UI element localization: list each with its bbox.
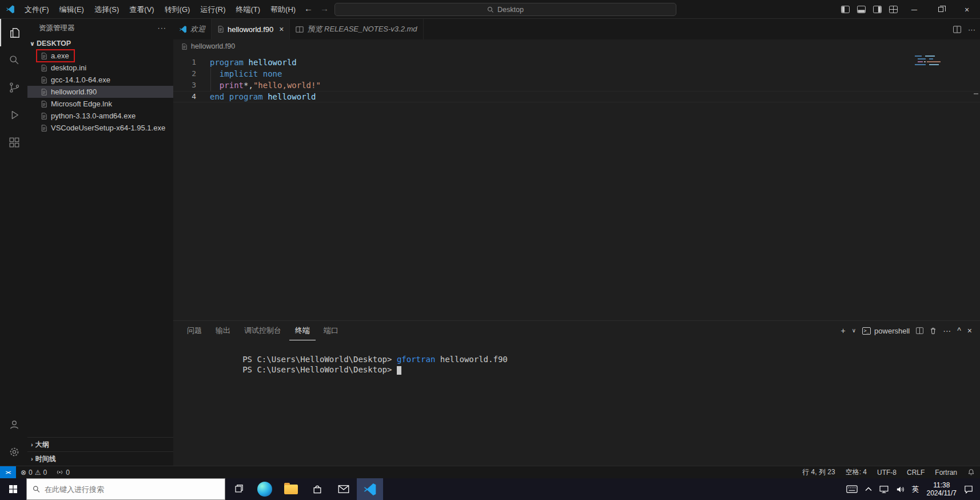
- taskbar-search-input[interactable]: [45, 485, 219, 494]
- code-line[interactable]: 2 implicit none: [173, 68, 980, 80]
- activitybar-search[interactable]: [0, 46, 27, 74]
- code-editor[interactable]: 1 program helloworld 2 implicit none 3 p…: [173, 53, 980, 320]
- minimize-button[interactable]: ─: [901, 0, 927, 19]
- more-actions-icon[interactable]: ···: [943, 327, 951, 335]
- status-item[interactable]: 空格: 4: [840, 466, 872, 478]
- file-explorer-app-button[interactable]: [278, 478, 304, 500]
- edge-icon: [257, 482, 272, 497]
- status-item[interactable]: 行 4, 列 23: [797, 466, 840, 478]
- menu-item[interactable]: 文件(F): [19, 0, 54, 19]
- activitybar-account[interactable]: [0, 411, 27, 438]
- panel-tab-label: 端口: [324, 326, 338, 336]
- back-icon[interactable]: ←: [304, 3, 313, 13]
- status-item[interactable]: Fortran: [930, 466, 962, 478]
- file-row[interactable]: a.exe: [27, 50, 173, 62]
- breadcrumb[interactable]: helloworld.f90: [173, 39, 980, 53]
- new-terminal-icon[interactable]: +: [841, 327, 846, 335]
- sidebar-title: 资源管理器: [39, 23, 75, 33]
- panel-tab[interactable]: 端口: [318, 321, 344, 340]
- gear-icon: [8, 446, 21, 458]
- tray-chevron-up-icon[interactable]: [865, 487, 872, 491]
- ports-status[interactable]: 0: [51, 466, 74, 478]
- file-icon: [41, 88, 47, 96]
- toggle-sidebar-icon[interactable]: [837, 0, 853, 19]
- toggle-secondary-sidebar-icon[interactable]: [869, 0, 885, 19]
- editor-tab[interactable]: 预览 RELEASE_NOTES-v3.2.md ×: [290, 19, 423, 39]
- file-row[interactable]: helloworld.f90: [27, 86, 173, 98]
- menu-item[interactable]: 编辑(E): [54, 0, 89, 19]
- file-row[interactable]: VSCodeUserSetup-x64-1.95.1.exe: [27, 122, 173, 134]
- remote-indicator[interactable]: ><: [0, 466, 16, 478]
- task-view-button[interactable]: [225, 478, 252, 500]
- code-line[interactable]: 3 print*,"hello,world!": [173, 80, 980, 91]
- taskbar-clock[interactable]: 11:38 2024/11/7: [927, 481, 957, 497]
- minimap[interactable]: [915, 55, 972, 67]
- customize-layout-icon[interactable]: [885, 0, 901, 19]
- line-number: 1: [173, 57, 196, 68]
- file-name: desktop.ini: [51, 64, 86, 72]
- breadcrumb-item[interactable]: helloworld.f90: [191, 42, 235, 50]
- touch-keyboard-icon[interactable]: [846, 485, 858, 493]
- panel-tab[interactable]: 终端: [289, 321, 316, 340]
- file-row[interactable]: gcc-14.1.0-64.exe: [27, 74, 173, 86]
- file-row[interactable]: python-3.13.0-amd64.exe: [27, 110, 173, 122]
- panel-tab[interactable]: 调试控制台: [238, 321, 287, 340]
- input-language-indicator[interactable]: 英: [912, 485, 919, 494]
- sidebar-section[interactable]: › 大纲: [27, 437, 173, 451]
- code-line[interactable]: 1 program helloworld: [173, 57, 980, 68]
- panel-tab[interactable]: 问题: [181, 321, 208, 340]
- menu-item[interactable]: 查看(V): [124, 0, 159, 19]
- file-row[interactable]: desktop.ini: [27, 62, 173, 74]
- edge-app-button[interactable]: [252, 478, 278, 500]
- maximize-panel-icon[interactable]: ^: [957, 327, 961, 335]
- search-icon: [8, 54, 21, 66]
- sidebar-section[interactable]: › 时间线: [27, 451, 173, 466]
- folder-icon: [284, 485, 298, 494]
- editor-tab[interactable]: 欢迎 ×: [173, 19, 212, 39]
- menu-item[interactable]: 帮助(H): [265, 0, 301, 19]
- panel-tab[interactable]: 输出: [210, 321, 236, 340]
- terminal-dropdown-icon[interactable]: ∨: [852, 328, 856, 334]
- store-app-button[interactable]: [304, 478, 330, 500]
- command-center-search[interactable]: Desktop: [334, 3, 676, 16]
- activitybar-explorer[interactable]: [0, 19, 27, 46]
- network-icon[interactable]: [879, 486, 889, 493]
- status-item[interactable]: UTF-8: [872, 466, 902, 478]
- more-actions-icon[interactable]: ···: [968, 25, 975, 34]
- mail-app-button[interactable]: [330, 478, 357, 500]
- folder-root[interactable]: ∨ DESKTOP: [27, 37, 173, 50]
- terminal[interactable]: PS C:\Users\HelloWorld\Desktop> gfortran…: [173, 340, 980, 364]
- restore-button[interactable]: [927, 0, 954, 19]
- notifications-bell[interactable]: [962, 466, 980, 478]
- file-row[interactable]: Microsoft Edge.lnk: [27, 98, 173, 110]
- activitybar-settings[interactable]: [0, 438, 27, 466]
- taskbar-search[interactable]: [26, 478, 225, 500]
- forward-icon[interactable]: →: [320, 3, 329, 13]
- kill-terminal-icon[interactable]: [930, 327, 937, 335]
- activitybar-extensions[interactable]: [0, 129, 27, 156]
- warning-icon: ⚠: [35, 469, 41, 477]
- activitybar-source-control[interactable]: [0, 74, 27, 101]
- editor-tab[interactable]: helloworld.f90 ×: [212, 19, 290, 39]
- menu-item[interactable]: 运行(R): [195, 0, 230, 19]
- toggle-panel-icon[interactable]: [853, 0, 869, 19]
- start-button[interactable]: [0, 478, 26, 500]
- activitybar-run-debug[interactable]: [0, 101, 27, 129]
- volume-icon[interactable]: [896, 486, 905, 493]
- more-actions-icon[interactable]: ···: [158, 24, 167, 32]
- code-line[interactable]: 4 end program helloworld: [173, 91, 980, 102]
- split-terminal-icon[interactable]: [916, 327, 923, 334]
- menu-item[interactable]: 终端(T): [230, 0, 265, 19]
- action-center-icon[interactable]: [964, 485, 973, 494]
- problems-status[interactable]: ⊗ 0 ⚠ 0: [16, 466, 51, 478]
- close-icon[interactable]: ×: [279, 25, 284, 34]
- split-editor-icon[interactable]: [953, 26, 961, 33]
- status-item[interactable]: CRLF: [902, 466, 930, 478]
- menu-item[interactable]: 转到(G): [160, 0, 196, 19]
- menu-item[interactable]: 选择(S): [89, 0, 124, 19]
- close-window-button[interactable]: ×: [954, 0, 980, 19]
- vscode-app-button[interactable]: [357, 478, 383, 500]
- terminal-line: PS C:\Users\HelloWorld\Desktop> gfortran…: [185, 344, 980, 354]
- terminal-instance[interactable]: >_ powershell: [862, 327, 910, 335]
- close-panel-icon[interactable]: ×: [967, 327, 972, 335]
